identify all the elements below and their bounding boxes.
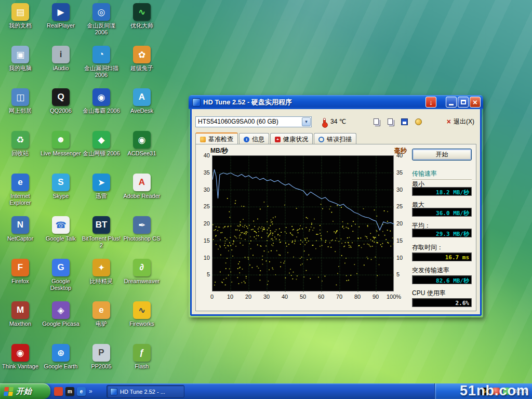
desktop-icon-pp2005[interactable]: PPP2005 <box>81 344 122 370</box>
desktop-icon-acdsee[interactable]: ◉ACDSee31 <box>122 131 162 157</box>
desktop-icon-netcaptor[interactable]: NNetCaptor <box>0 216 41 242</box>
dreamweaver-icon: ∂ <box>133 259 151 276</box>
scan-tab-icon <box>318 137 324 142</box>
copy-image-button[interactable] <box>384 116 396 127</box>
axis-tick: 25 <box>198 203 210 209</box>
desktop-icon-thunder[interactable]: ➤迅雷 <box>81 174 122 200</box>
desktop-icon-avedesk[interactable]: AAveDesk <box>122 88 162 114</box>
desktop-icon-label: Maxthon <box>0 321 41 327</box>
desktop-icon-network-places[interactable]: ◫网上邻居 <box>0 88 41 114</box>
options-button[interactable] <box>412 116 424 127</box>
axis-tick: 30 <box>263 294 270 300</box>
save-screenshot-button[interactable] <box>398 116 410 127</box>
desktop-icon-kingsoft-vulnscan[interactable]: ◔金山漏洞扫描 2006 <box>81 46 122 78</box>
google-earth-icon: ⊕ <box>52 344 70 362</box>
axis-tick: 5 <box>396 271 408 277</box>
desktop-icon-label: 优化大师 <box>122 22 162 29</box>
maximize-button[interactable] <box>458 97 469 108</box>
close-button[interactable]: × <box>470 97 481 108</box>
quick-launch-icon-2[interactable]: m <box>65 387 74 396</box>
desktop-icon-label: Think Vantage <box>0 363 41 370</box>
desktop-icon-label: BitTorrent Plus! 2 <box>81 235 122 248</box>
skype-icon: S <box>52 174 70 191</box>
thinkvantage-icon: ◉ <box>11 344 29 362</box>
desktop-icon-thinkvantage[interactable]: ◉Think Vantage <box>0 344 41 370</box>
chevron-more-icon[interactable]: » <box>89 388 92 395</box>
desktop-icon-youhua-dashi[interactable]: ∿优化大师 <box>122 3 162 29</box>
taskbar-task-hdtune[interactable]: HD Tune 2.52 - ... <box>107 385 184 398</box>
youhua-dashi-icon: ∿ <box>133 3 151 21</box>
desktop-icon-google-earth[interactable]: ⊕Google Earth <box>41 344 81 370</box>
thunder-icon: ➤ <box>92 174 110 191</box>
start-benchmark-button[interactable]: 开始 <box>412 149 472 161</box>
tab-info[interactable]: i信息 <box>239 133 269 144</box>
desktop-icon-iaudio[interactable]: iiAudio <box>41 46 81 72</box>
avg-transfer-value: 29.3 MB/秒 <box>412 229 472 237</box>
desktop-icon-firefox[interactable]: FFirefox <box>0 259 41 285</box>
tab-benchmark[interactable]: 基准检查 <box>195 132 238 144</box>
hdtune-task-icon <box>110 388 117 395</box>
desktop-icon-google-desktop[interactable]: GGoogle Desktop <box>41 259 81 291</box>
desktop-icon-realplayer[interactable]: ▶RealPlayer <box>41 3 81 29</box>
drive-select[interactable]: HTS541060G9SA00 (60 GB) ▾ <box>195 116 312 127</box>
quick-launch: m e » <box>54 383 92 399</box>
task-button-label: HD Tune 2.52 - ... <box>120 389 165 395</box>
start-button[interactable]: 开始 <box>0 383 50 399</box>
desktop-icon-super-rabbit[interactable]: ✿超级兔子 <box>122 46 162 72</box>
tab-bar: 基准检查i信息+健康状况错误扫描 <box>195 133 357 144</box>
iaudio-icon: i <box>52 46 70 63</box>
update-button[interactable]: ↓ <box>425 97 436 108</box>
axis-tick: 15 <box>198 237 210 244</box>
desktop-icon-flash[interactable]: ƒFlash <box>122 344 162 370</box>
desktop-icon-label: 网上邻居 <box>0 108 41 114</box>
desktop-icon-label: 金山网镖 2006 <box>81 150 122 157</box>
minimize-button[interactable] <box>446 97 457 108</box>
desktop-icon-my-documents[interactable]: ▤我的文档 <box>0 3 41 29</box>
desktop-icon-recycle-bin[interactable]: ♻回收站 <box>0 131 41 157</box>
desktop-icon-skype[interactable]: SSkype <box>41 174 81 200</box>
photoshop-icon: ✒ <box>133 216 151 234</box>
access-time-heading: 存取时间： <box>412 243 472 254</box>
desktop-icon-google-talk[interactable]: ☎Google Talk <box>41 216 81 242</box>
desktop-icon-bitspirit[interactable]: ✦比特精灵 <box>81 259 122 285</box>
desktop-icon-my-computer[interactable]: ▣我的电脑 <box>0 46 41 72</box>
tab-label: 基准检查 <box>208 135 233 144</box>
desktop: ▤我的文档▣我的电脑◫网上邻居♻回收站eInternet ExplorerNNe… <box>0 0 532 399</box>
hdtune-app-icon <box>192 98 201 107</box>
chevron-down-icon[interactable]: ▾ <box>302 117 311 126</box>
cpu-usage-heading: CPU 使用率 <box>412 289 472 299</box>
tab-health[interactable]: +健康状况 <box>270 133 313 144</box>
quick-launch-icon-3[interactable]: e <box>77 387 86 396</box>
tab-scan[interactable]: 错误扫描 <box>314 133 356 144</box>
axis-tick: 90 <box>373 294 379 300</box>
copy-text-button[interactable] <box>370 116 382 127</box>
desktop-icon-bittorrent[interactable]: BTBitTorrent Plus! 2 <box>81 216 122 248</box>
exit-button[interactable]: × 退出(X) <box>445 116 476 127</box>
quick-launch-icon-1[interactable] <box>54 387 63 396</box>
title-bar[interactable]: HD Tune 2.52 - 硬盘实用程序 ↓ × <box>189 95 483 109</box>
bitspirit-icon: ✦ <box>92 259 110 276</box>
desktop-icon-kingsoft-firewall[interactable]: ◆金山网镖 2006 <box>81 131 122 157</box>
desktop-icon-adobe-reader[interactable]: AAdobe Reader <box>122 174 162 200</box>
desktop-icon-photoshop[interactable]: ✒Photoshop CS <box>122 216 162 242</box>
desktop-icon-internet-explorer[interactable]: eInternet Explorer <box>0 174 41 206</box>
desktop-icon-label: RealPlayer <box>41 22 81 29</box>
desktop-icon-kingsoft-antispy[interactable]: ◎金山反间谍 2006 <box>81 3 122 35</box>
desktop-icon-kingsoft-antivirus[interactable]: ◉金山毒霸 2006 <box>81 88 122 114</box>
axis-tick: 10 <box>396 255 408 261</box>
axis-tick: 35 <box>198 169 210 176</box>
desktop-icon-google-picasa[interactable]: ◈Google Picasa <box>41 301 81 327</box>
kingsoft-antispy-icon: ◎ <box>92 3 110 21</box>
close-icon: × <box>473 98 477 107</box>
desktop-icon-live-messenger[interactable]: ☻Live Messenger <box>41 131 81 157</box>
desktop-icon-maxthon[interactable]: MMaxthon <box>0 301 41 327</box>
desktop-icon-dreamweaver[interactable]: ∂Dreamweaver <box>122 259 162 285</box>
desktop-icon-qq2006[interactable]: QQQ2006 <box>41 88 81 114</box>
tab-label: 错误扫描 <box>327 135 352 144</box>
desktop-icon-emule[interactable]: e电驴 <box>81 301 122 327</box>
axis-tick: 40 <box>396 152 408 158</box>
desktop-icon-fireworks[interactable]: ∿Fireworks <box>122 301 162 327</box>
desktop-icon-label: 我的电脑 <box>0 65 41 72</box>
my-documents-icon: ▤ <box>11 3 29 21</box>
desktop-icon-label: ACDSee31 <box>122 150 162 157</box>
